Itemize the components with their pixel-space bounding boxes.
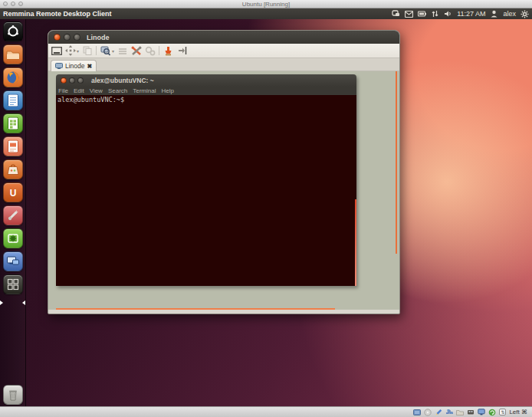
vnc-minimize-button[interactable] [69,77,75,84]
launcher-item-ubuntu-one[interactable]: U [3,182,23,202]
launcher-item-trash[interactable] [3,385,23,405]
tab-screen-icon [55,63,63,69]
connect-plug-icon[interactable] [163,45,174,57]
remmina-tabbar: Linode ✖ [48,58,399,71]
vnc-terminal-title: alex@ubuntuVNC: ~ [91,77,154,84]
launcher-item-home-folder[interactable] [3,44,23,64]
align-icon [117,45,128,57]
virtualbox-vm-screen: Ubuntu [Running] Remmina Remote Desktop … [0,0,532,417]
menu-help[interactable]: Help [161,87,173,94]
vnc-terminal-menubar: File Edit View Search Terminal Help [56,87,356,95]
menu-view[interactable]: View [90,87,103,94]
terminal-prompt: alex@ubuntuVNC:~$ [57,96,124,103]
virtualbox-statusbar: ⇅ Left ⌘ [0,406,532,417]
menu-terminal[interactable]: Terminal [133,87,156,94]
usb-icon[interactable] [467,409,475,416]
toolbar-separator [159,46,159,55]
vnc-terminal-titlebar[interactable]: alex@ubuntuVNC: ~ [56,74,356,87]
focused-indicator-arrow [22,300,25,305]
harddisk-icon[interactable] [413,409,421,416]
launcher-item-firefox[interactable] [3,67,23,87]
launcher-item-libreoffice-calc[interactable] [3,113,23,133]
settings-gears-icon [144,45,156,57]
toolbar-separator [96,46,97,55]
launcher-item-remmina[interactable] [3,251,23,271]
session-gear-icon[interactable] [521,10,529,18]
panel-app-title: Remmina Remote Desktop Client [3,10,112,18]
zoom-icon[interactable] [100,45,111,57]
menu-file[interactable]: File [58,87,68,94]
launcher-item-libreoffice-impress[interactable] [3,136,23,156]
remmina-titlebar[interactable]: Linode [48,31,399,44]
maximize-button[interactable] [74,34,80,41]
disconnect-plug-icon[interactable] [176,45,188,57]
vnc-maximize-button[interactable] [77,77,84,84]
user-icon[interactable] [490,10,498,18]
launcher-item-libreoffice-writer[interactable] [3,90,23,110]
vnc-terminal-window: alex@ubuntuVNC: ~ File Edit View Search … [56,74,356,286]
menu-search[interactable]: Search [108,87,127,94]
sharedfolder-icon[interactable] [456,409,464,416]
launcher-item-ubuntu-software-center[interactable] [3,159,23,179]
display-icon[interactable] [478,409,485,416]
copy-icon [81,45,93,57]
mail-icon[interactable] [405,10,413,18]
zoom-dropdown-caret[interactable]: ▾ [112,48,114,54]
scale-icon[interactable] [64,45,76,57]
launcher-item-workspace-switcher[interactable] [3,274,23,294]
launcher-item-package-manager[interactable] [3,228,23,248]
network-traffic-icon[interactable] [431,10,439,18]
close-button[interactable] [54,34,61,41]
remote-view-edge-artifact-vertical [396,71,397,254]
battery-icon[interactable] [418,10,426,18]
terminal-output-area[interactable]: alex@ubuntuVNC:~$ [56,95,356,286]
preferences-tools-icon[interactable] [130,45,142,57]
scale-dropdown-caret[interactable]: ▾ [77,48,79,54]
launcher-item-dash-home[interactable] [3,21,23,41]
host-key-indicator: Left ⌘ [509,409,527,415]
running-indicator-arrow [0,300,3,305]
network-adapters-icon[interactable] [445,409,453,416]
host-window-titlebar[interactable]: Ubuntu [Running] [0,0,532,8]
mouse-integration-icon[interactable]: ⇅ [499,409,506,415]
launcher-item-system-settings[interactable] [3,205,23,225]
remmina-toolbar: ▾ ▾ [48,44,399,58]
host-window-title: Ubuntu [Running] [0,0,532,8]
menu-edit[interactable]: Edit [74,87,84,94]
unity-launcher: U [0,19,26,406]
messaging-icon[interactable] [392,10,400,18]
panel-indicators: 11:27 AM alex [392,10,529,18]
tab-close-icon[interactable]: ✖ [87,63,93,70]
tab-linode[interactable]: Linode ✖ [51,60,97,71]
cdrom-icon[interactable] [424,409,432,416]
audio-pencil-icon[interactable] [435,409,442,416]
remote-desktop-view[interactable]: alex@ubuntuVNC: ~ File Edit View Search … [48,71,399,310]
vnc-close-button[interactable] [61,77,67,84]
remmina-window-title: Linode [87,34,110,41]
panel-username[interactable]: alex [503,10,516,18]
features-icon[interactable] [488,409,496,416]
fullscreen-icon[interactable] [51,45,62,57]
terminal-edge-artifact [355,199,356,286]
svg-text:U: U [10,188,17,199]
remote-view-edge-artifact-horizontal [56,308,335,310]
ubuntu-top-panel: Remmina Remote Desktop Client 11:27 AM a… [0,8,532,19]
remmina-window: Linode ▾ ▾ [48,30,400,314]
panel-clock[interactable]: 11:27 AM [457,10,485,18]
remmina-window-bottom-border [48,310,399,313]
volume-icon[interactable] [444,10,452,18]
minimize-button[interactable] [64,34,71,41]
tab-label: Linode [65,62,85,70]
